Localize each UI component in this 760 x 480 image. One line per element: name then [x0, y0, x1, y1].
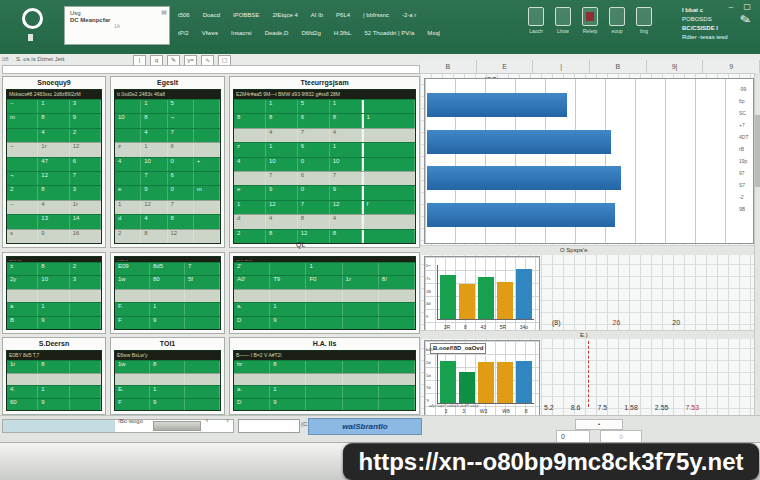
table-cell[interactable]: 8 — [234, 114, 266, 127]
list-item[interactable]: 1.58 — [624, 404, 638, 411]
table-cell[interactable]: 8 — [141, 230, 167, 243]
list-item[interactable]: 7.5 — [597, 404, 607, 411]
table-cell[interactable]: 3 — [70, 276, 101, 288]
table-cell[interactable]: + — [194, 158, 220, 171]
table-cell[interactable] — [234, 374, 270, 386]
table-row[interactable]: 151 — [234, 99, 415, 113]
table-cell[interactable]: 2 — [234, 230, 266, 243]
table-cell[interactable]: 8 — [168, 215, 194, 228]
table-cell[interactable] — [115, 129, 141, 142]
table-cell[interactable]: 7 — [168, 129, 194, 142]
table-row[interactable]: F9 — [115, 316, 220, 329]
column-chart-2[interactable]: B.ooef!8D_oaOvd b4D2d1d7d'9 ubyr'sajd' v… — [424, 340, 540, 416]
table-row[interactable]: D9 — [234, 316, 415, 329]
list-item[interactable]: 26 — [613, 319, 621, 326]
table-cell[interactable]: a. — [234, 303, 270, 315]
green-table[interactable]: tt 0sd0e2 2483s 46a815108¬47z164100+76e9… — [114, 89, 221, 244]
table-cell[interactable]: 1 — [362, 114, 415, 127]
table-cell[interactable] — [38, 290, 69, 302]
table-cell[interactable] — [7, 158, 38, 171]
table-cell[interactable] — [343, 303, 379, 315]
table-cell[interactable]: 1r — [343, 276, 379, 288]
table-cell[interactable] — [150, 374, 185, 386]
table-row[interactable]: m89 — [7, 113, 101, 127]
table-cell[interactable]: 1r — [38, 143, 69, 156]
table-cell[interactable]: a. — [234, 386, 270, 398]
table-cell[interactable]: 8 — [38, 361, 69, 373]
table-cell[interactable] — [38, 374, 69, 386]
table-row[interactable]: hr8 — [234, 360, 415, 373]
table-cell[interactable]: 60 — [7, 399, 38, 411]
table-row[interactable]: F.1 — [115, 302, 220, 315]
table-row[interactable]: E.1 — [115, 385, 220, 398]
table-cell[interactable] — [379, 317, 415, 329]
table-cell[interactable]: 7 — [298, 201, 330, 214]
list-item[interactable]: | — [533, 60, 590, 73]
table-cell[interactable]: 5f — [185, 276, 220, 288]
table-row[interactable]: a1 — [7, 302, 101, 315]
table-cell[interactable] — [115, 290, 150, 302]
table-row[interactable]: 1314 — [7, 214, 101, 228]
table-cell[interactable]: 9 — [38, 230, 69, 243]
table-cell[interactable]: 1 — [270, 386, 306, 398]
table-cell[interactable]: z — [115, 143, 141, 156]
table-cell[interactable] — [185, 361, 220, 373]
dot-cell[interactable]: • — [575, 419, 623, 430]
table-cell[interactable] — [343, 361, 379, 373]
table-cell[interactable] — [194, 129, 220, 142]
table-cell[interactable] — [362, 172, 415, 185]
table-cell[interactable] — [185, 374, 220, 386]
list-item[interactable]: 7.53 — [685, 404, 699, 411]
table-cell[interactable] — [379, 303, 415, 315]
table-cell[interactable] — [185, 399, 220, 411]
table-cell[interactable]: a — [7, 303, 38, 315]
table-cell[interactable]: 12 — [330, 201, 362, 214]
table-cell[interactable] — [379, 399, 415, 411]
table-cell[interactable] — [234, 100, 266, 113]
table-row[interactable]: 609 — [7, 398, 101, 411]
table-cell[interactable]: 6 — [298, 172, 330, 185]
table-cell[interactable] — [362, 158, 415, 171]
table-cell[interactable]: 4 — [330, 129, 362, 142]
table-cell[interactable] — [379, 361, 415, 373]
table-cell[interactable]: 1w — [115, 361, 150, 373]
table-row[interactable] — [115, 289, 220, 302]
table-cell[interactable]: 4 — [266, 129, 298, 142]
table-cell[interactable]: 1 — [330, 143, 362, 156]
table-row[interactable]: 474 — [234, 128, 415, 142]
table-cell[interactable]: 9 — [266, 186, 298, 199]
ribbon-search-box[interactable]: Usg DC Meanpcfar 1A ▤ — [64, 6, 170, 45]
table-row[interactable]: –41r — [7, 200, 101, 214]
table-row[interactable]: ¬127 — [7, 171, 101, 185]
table-cell[interactable] — [194, 114, 220, 127]
table-cell[interactable]: D — [234, 399, 270, 411]
table-cell[interactable]: 8 — [266, 114, 298, 127]
ribbon-icon-new[interactable] — [528, 7, 544, 26]
table-row[interactable]: 28128 — [234, 229, 415, 243]
table-cell[interactable] — [362, 129, 415, 142]
table-cell[interactable]: 4 — [234, 158, 266, 171]
table-cell[interactable]: 12 — [266, 201, 298, 214]
table-row[interactable]: 410010 — [234, 157, 415, 171]
table-cell[interactable]: 4 — [38, 201, 69, 214]
table-cell[interactable]: 7 — [185, 263, 220, 275]
table-cell[interactable]: 4 — [141, 129, 167, 142]
table-cell[interactable]: 7 — [330, 172, 362, 185]
table-cell[interactable] — [343, 263, 379, 275]
table-cell[interactable]: 8d5 — [150, 263, 185, 275]
table-cell[interactable]: 8 — [270, 361, 306, 373]
ribbon-icon-grid[interactable] — [609, 7, 625, 26]
table-cell[interactable]: 9 — [70, 114, 101, 127]
table-row[interactable] — [234, 373, 415, 386]
table-cell[interactable]: 1r — [7, 361, 38, 373]
horizontal-bar-chart[interactable] — [424, 78, 754, 244]
table-cell[interactable]: E09 — [115, 263, 150, 275]
table-row[interactable]: 76 — [115, 171, 220, 185]
vertical-scrollbar[interactable] — [754, 73, 760, 415]
table-cell[interactable]: 16 — [70, 230, 101, 243]
table-cell[interactable]: 5 — [298, 100, 330, 113]
table-cell[interactable]: 1 — [141, 143, 167, 156]
table-row[interactable]: 2812 — [115, 229, 220, 243]
table-cell[interactable]: d — [234, 215, 266, 228]
table-cell[interactable] — [306, 361, 342, 373]
